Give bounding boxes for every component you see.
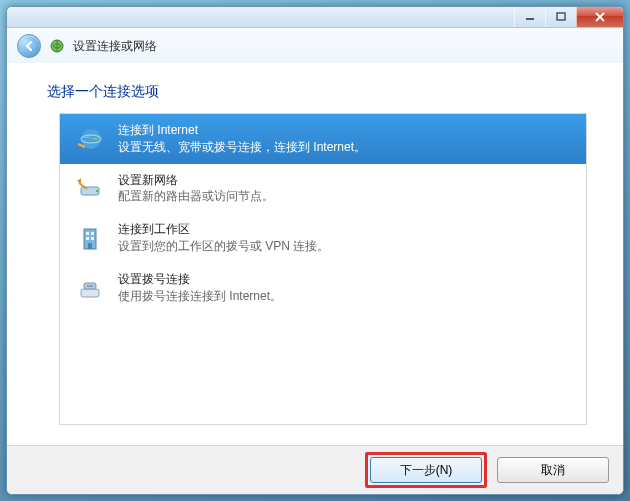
svg-rect-15	[87, 285, 93, 287]
svg-rect-0	[526, 18, 534, 20]
svg-rect-9	[91, 232, 94, 235]
option-desc: 设置到您的工作区的拨号或 VPN 连接。	[118, 238, 576, 255]
svg-rect-8	[86, 232, 89, 235]
option-connect-workplace[interactable]: 连接到工作区 设置到您的工作区的拨号或 VPN 连接。	[60, 213, 586, 263]
svg-rect-10	[86, 237, 89, 240]
header: 设置连接或网络	[7, 28, 623, 64]
building-icon	[74, 222, 106, 254]
tutorial-highlight: 下一步(N)	[365, 452, 487, 488]
client-area: 选择一个连接选项 连接到 Internet 设置无线、宽带或拨号连接，连接到	[7, 63, 623, 446]
back-button[interactable]	[17, 34, 41, 58]
maximize-button[interactable]	[545, 7, 576, 27]
option-setup-new-network[interactable]: 设置新网络 配置新的路由器或访问节点。	[60, 164, 586, 214]
svg-point-6	[96, 190, 99, 193]
close-button[interactable]	[576, 7, 623, 27]
svg-rect-13	[81, 289, 99, 297]
maximize-icon	[556, 12, 566, 22]
option-title: 设置拨号连接	[118, 271, 576, 288]
footer: 下一步(N) 取消	[7, 445, 623, 494]
options-list: 连接到 Internet 设置无线、宽带或拨号连接，连接到 Internet。	[59, 113, 587, 425]
phone-modem-icon	[74, 272, 106, 304]
next-button[interactable]: 下一步(N)	[370, 457, 482, 483]
option-title: 设置新网络	[118, 172, 576, 189]
svg-rect-11	[91, 237, 94, 240]
globe-icon	[74, 123, 106, 155]
arrow-left-icon	[23, 40, 35, 52]
cancel-button[interactable]: 取消	[497, 457, 609, 483]
svg-rect-1	[557, 13, 565, 20]
titlebar	[7, 7, 623, 28]
minimize-button[interactable]	[514, 7, 545, 27]
page-instruction: 选择一个连接选项	[7, 63, 623, 113]
close-icon	[594, 11, 606, 23]
option-title: 连接到 Internet	[118, 122, 576, 139]
option-desc: 配置新的路由器或访问节点。	[118, 188, 576, 205]
option-title: 连接到工作区	[118, 221, 576, 238]
option-setup-dialup[interactable]: 设置拨号连接 使用拨号连接连接到 Internet。	[60, 263, 586, 313]
window-title: 设置连接或网络	[73, 38, 157, 55]
minimize-icon	[525, 12, 535, 22]
option-desc: 使用拨号连接连接到 Internet。	[118, 288, 576, 305]
option-connect-internet[interactable]: 连接到 Internet 设置无线、宽带或拨号连接，连接到 Internet。	[60, 114, 586, 164]
wizard-window: 设置连接或网络 选择一个连接选项 连接到 Internet	[6, 6, 624, 495]
svg-rect-12	[88, 243, 92, 249]
option-desc: 设置无线、宽带或拨号连接，连接到 Internet。	[118, 139, 576, 156]
router-icon	[74, 172, 106, 204]
network-wizard-icon	[49, 38, 65, 54]
